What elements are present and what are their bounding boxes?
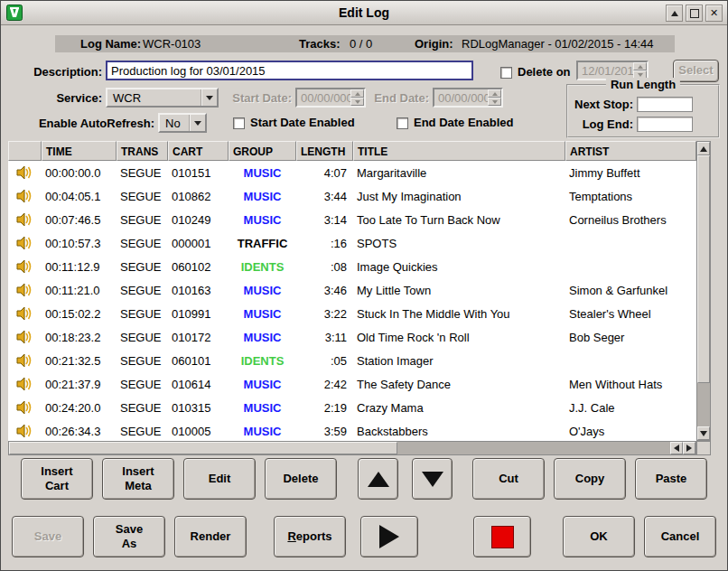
cell-title: Stuck In The Middle With You [353, 307, 565, 321]
horizontal-scroll-thumb[interactable] [9, 442, 397, 454]
origin-value: RDLogManager - 01/02/2015 - 14:44 [462, 37, 653, 51]
cell-cart: 010991 [168, 307, 229, 321]
column-header[interactable]: GROUP [229, 141, 296, 161]
speaker-icon [16, 259, 33, 274]
table-row[interactable]: 00:24:20.0 SEGUE 010315 MUSIC 2:19 Crazy… [8, 396, 696, 419]
play-icon [379, 525, 399, 548]
table-row[interactable]: 00:10:57.3 SEGUE 000001 TRAFFIC :16 SPOT… [8, 231, 696, 255]
up-arrow-icon [368, 472, 389, 487]
play-button[interactable] [360, 516, 418, 557]
table-row[interactable]: 00:04:05.1 SEGUE 010862 MUSIC 3:44 Just … [8, 184, 696, 208]
cell-time: 00:15:02.2 [42, 307, 117, 321]
copy-button[interactable]: Copy [554, 458, 626, 500]
delete-on-checkbox[interactable] [500, 67, 512, 79]
maximize-button[interactable] [686, 5, 703, 22]
table-row[interactable]: 00:11:12.9 SEGUE 060102 IDENTS :08 Image… [8, 255, 696, 278]
cell-length: :08 [296, 260, 353, 274]
end-date-value: 00/00/0000 [434, 89, 488, 106]
close-button[interactable]: ✕ [705, 5, 723, 22]
column-header[interactable]: CART [168, 141, 229, 161]
insert-meta-button[interactable]: Insert Meta [102, 458, 174, 500]
delete-on-date-value: 12/01/2017 [578, 62, 633, 79]
cell-group: MUSIC [229, 425, 296, 438]
end-date-enabled-checkbox[interactable] [397, 117, 408, 129]
stop-button[interactable] [473, 516, 531, 557]
table-row[interactable]: 00:07:46.5 SEGUE 010249 MUSIC 3:14 Too L… [8, 208, 696, 231]
table-row[interactable]: 00:21:37.9 SEGUE 010614 MUSIC 2:42 The S… [8, 372, 696, 396]
scroll-right-button[interactable] [683, 442, 695, 454]
cut-button[interactable]: Cut [472, 458, 545, 500]
cell-title: Just My Imagination [353, 190, 565, 203]
table-row[interactable]: 00:15:02.2 SEGUE 010991 MUSIC 3:22 Stuck… [8, 302, 696, 325]
scroll-up-button[interactable] [697, 142, 710, 155]
scroll-left-button[interactable] [670, 442, 683, 454]
log-end-field [637, 117, 693, 132]
speaker-icon [16, 400, 33, 415]
speaker-icon [16, 330, 33, 344]
column-header[interactable]: TIME [42, 141, 117, 161]
cell-time: 00:00:00.0 [42, 166, 117, 180]
cell-title: Crazy Mama [353, 401, 565, 415]
speaker-icon [16, 283, 33, 297]
cell-trans: SEGUE [117, 331, 168, 344]
log-end-label: Log End: [570, 117, 633, 131]
table-row[interactable]: 00:00:00.0 SEGUE 010151 MUSIC 4:07 Marga… [8, 161, 696, 184]
table-row[interactable]: 00:21:32.5 SEGUE 060101 IDENTS :05 Stati… [8, 349, 696, 372]
cell-length: 3:44 [296, 190, 353, 203]
render-button[interactable]: Render [174, 516, 247, 557]
speaker-icon [16, 236, 33, 250]
cancel-button[interactable]: Cancel [644, 516, 716, 557]
spinner-arrows [488, 89, 501, 106]
table-row[interactable]: 00:26:34.3 SEGUE 010005 MUSIC 3:59 Backs… [8, 419, 696, 441]
vertical-scroll-thumb[interactable] [697, 155, 710, 383]
log-name-label: Log Name: [80, 37, 141, 51]
save-as-button[interactable]: Save As [93, 516, 165, 557]
edit-button[interactable]: Edit [183, 458, 256, 500]
column-header[interactable]: TRANS [117, 141, 168, 161]
run-length-group: Run Length Next Stop: Log End: [566, 84, 720, 138]
cell-cart: 010614 [168, 378, 229, 391]
shade-button[interactable] [666, 5, 683, 22]
cell-time: 00:21:32.5 [42, 354, 117, 368]
move-up-button[interactable] [358, 458, 398, 500]
origin-label: Origin: [415, 37, 453, 51]
ok-button[interactable]: OK [563, 516, 635, 557]
horizontal-scrollbar[interactable] [8, 441, 696, 455]
service-select[interactable]: WCR [106, 88, 219, 108]
maximize-icon [690, 9, 699, 18]
save-button: Save [12, 516, 84, 557]
spin-up-button[interactable] [633, 62, 647, 70]
start-date-enabled-checkbox[interactable] [233, 117, 245, 129]
cell-length: 4:07 [296, 166, 353, 180]
move-down-button[interactable] [412, 458, 453, 500]
description-input[interactable] [106, 61, 473, 80]
cell-trans: SEGUE [117, 166, 168, 180]
reports-button[interactable]: Reports [274, 516, 346, 557]
insert-cart-button[interactable]: Insert Cart [21, 458, 93, 500]
run-length-title: Run Length [606, 78, 680, 91]
table-row[interactable]: 00:11:21.0 SEGUE 010163 MUSIC 3:46 My Li… [8, 278, 696, 302]
cell-artist: Corneilus Brothers [565, 213, 696, 227]
cell-title: Backstabbers [353, 425, 565, 438]
cell-time: 00:07:46.5 [42, 213, 117, 227]
column-header[interactable]: TITLE [353, 141, 565, 161]
column-header[interactable] [8, 141, 42, 161]
delete-on-label: Delete on [518, 65, 571, 79]
table-row[interactable]: 00:18:23.2 SEGUE 010172 MUSIC 3:11 Old T… [8, 325, 696, 349]
column-header[interactable]: ARTIST [565, 141, 696, 161]
next-stop-field [637, 97, 693, 112]
dropdown-arrow [201, 89, 217, 106]
scroll-down-button[interactable] [697, 426, 710, 440]
tracks-label: Tracks: [299, 37, 341, 51]
cell-time: 00:11:12.9 [42, 260, 117, 274]
paste-button[interactable]: Paste [635, 458, 707, 500]
vertical-scrollbar[interactable] [696, 141, 711, 441]
delete-button[interactable]: Delete [265, 458, 337, 500]
column-header[interactable]: LENGTH [296, 141, 353, 161]
cell-title: SPOTS [353, 237, 565, 250]
autorefresh-select[interactable]: No [158, 113, 207, 133]
cell-title: Station Imager [353, 354, 565, 368]
cell-title: The Safety Dance [353, 378, 565, 391]
cell-trans: SEGUE [117, 401, 168, 415]
log-info-bar: Log Name: WCR-0103 Tracks: 0 / 0 Origin:… [55, 35, 675, 52]
